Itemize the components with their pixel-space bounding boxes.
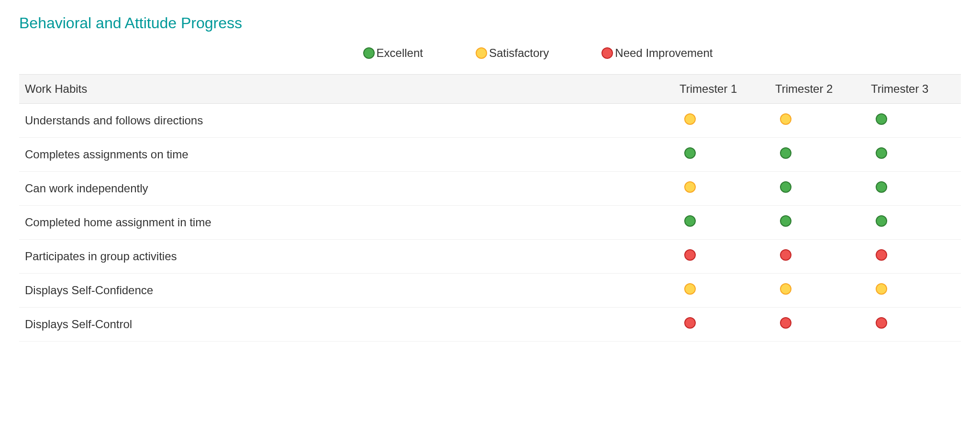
header-trimester-1: Trimester 1 bbox=[674, 75, 769, 104]
satisfactory-icon bbox=[684, 181, 696, 193]
header-trimester-2: Trimester 2 bbox=[769, 75, 865, 104]
row-status-t1 bbox=[674, 274, 769, 308]
row-status-t2 bbox=[769, 104, 865, 138]
need-improvement-icon bbox=[876, 249, 887, 261]
table-row: Can work independently bbox=[19, 172, 961, 206]
row-status-t1 bbox=[674, 138, 769, 172]
row-status-t1 bbox=[674, 240, 769, 274]
table-header-row: Work Habits Trimester 1 Trimester 2 Trim… bbox=[19, 75, 961, 104]
excellent-icon bbox=[363, 47, 375, 59]
excellent-icon bbox=[684, 215, 696, 227]
excellent-icon bbox=[780, 147, 791, 159]
row-status-t3 bbox=[865, 172, 961, 206]
row-label: Displays Self-Control bbox=[19, 308, 674, 342]
excellent-icon bbox=[876, 215, 887, 227]
satisfactory-icon bbox=[780, 113, 791, 125]
satisfactory-icon bbox=[684, 283, 696, 295]
header-work-habits: Work Habits bbox=[19, 75, 674, 104]
table-row: Displays Self-Confidence bbox=[19, 274, 961, 308]
row-status-t3 bbox=[865, 274, 961, 308]
legend-item-need-improvement: Need Improvement bbox=[601, 46, 713, 60]
row-status-t2 bbox=[769, 206, 865, 240]
need-improvement-icon bbox=[876, 317, 887, 329]
satisfactory-icon bbox=[476, 47, 487, 59]
header-trimester-3: Trimester 3 bbox=[865, 75, 961, 104]
row-status-t1 bbox=[674, 172, 769, 206]
row-status-t2 bbox=[769, 172, 865, 206]
row-label: Completes assignments on time bbox=[19, 138, 674, 172]
row-status-t3 bbox=[865, 308, 961, 342]
satisfactory-icon bbox=[876, 283, 887, 295]
excellent-icon bbox=[684, 147, 696, 159]
row-status-t3 bbox=[865, 104, 961, 138]
legend-item-satisfactory: Satisfactory bbox=[476, 46, 549, 60]
need-improvement-icon bbox=[684, 317, 696, 329]
excellent-icon bbox=[876, 181, 887, 193]
row-status-t2 bbox=[769, 274, 865, 308]
need-improvement-icon bbox=[601, 47, 613, 59]
section-title: Behavioral and Attitude Progress bbox=[19, 14, 961, 32]
row-status-t1 bbox=[674, 104, 769, 138]
row-label: Can work independently bbox=[19, 172, 674, 206]
row-status-t2 bbox=[769, 240, 865, 274]
legend-label-satisfactory: Satisfactory bbox=[489, 46, 549, 60]
need-improvement-icon bbox=[780, 317, 791, 329]
need-improvement-icon bbox=[684, 249, 696, 261]
row-status-t2 bbox=[769, 138, 865, 172]
excellent-icon bbox=[876, 147, 887, 159]
row-status-t3 bbox=[865, 138, 961, 172]
row-label: Understands and follows directions bbox=[19, 104, 674, 138]
need-improvement-icon bbox=[780, 249, 791, 261]
row-label: Completed home assignment in time bbox=[19, 206, 674, 240]
table-row: Completes assignments on time bbox=[19, 138, 961, 172]
row-status-t1 bbox=[674, 206, 769, 240]
table-row: Displays Self-Control bbox=[19, 308, 961, 342]
legend: Excellent Satisfactory Need Improvement bbox=[19, 46, 961, 60]
satisfactory-icon bbox=[780, 283, 791, 295]
row-label: Participates in group activities bbox=[19, 240, 674, 274]
row-status-t3 bbox=[865, 240, 961, 274]
legend-label-excellent: Excellent bbox=[377, 46, 423, 60]
excellent-icon bbox=[876, 113, 887, 125]
excellent-icon bbox=[780, 215, 791, 227]
excellent-icon bbox=[780, 181, 791, 193]
legend-item-excellent: Excellent bbox=[363, 46, 423, 60]
progress-table: Work Habits Trimester 1 Trimester 2 Trim… bbox=[19, 74, 961, 342]
row-label: Displays Self-Confidence bbox=[19, 274, 674, 308]
row-status-t1 bbox=[674, 308, 769, 342]
row-status-t2 bbox=[769, 308, 865, 342]
row-status-t3 bbox=[865, 206, 961, 240]
satisfactory-icon bbox=[684, 113, 696, 125]
legend-label-need-improvement: Need Improvement bbox=[615, 46, 713, 60]
table-row: Completed home assignment in time bbox=[19, 206, 961, 240]
table-row: Understands and follows directions bbox=[19, 104, 961, 138]
table-row: Participates in group activities bbox=[19, 240, 961, 274]
